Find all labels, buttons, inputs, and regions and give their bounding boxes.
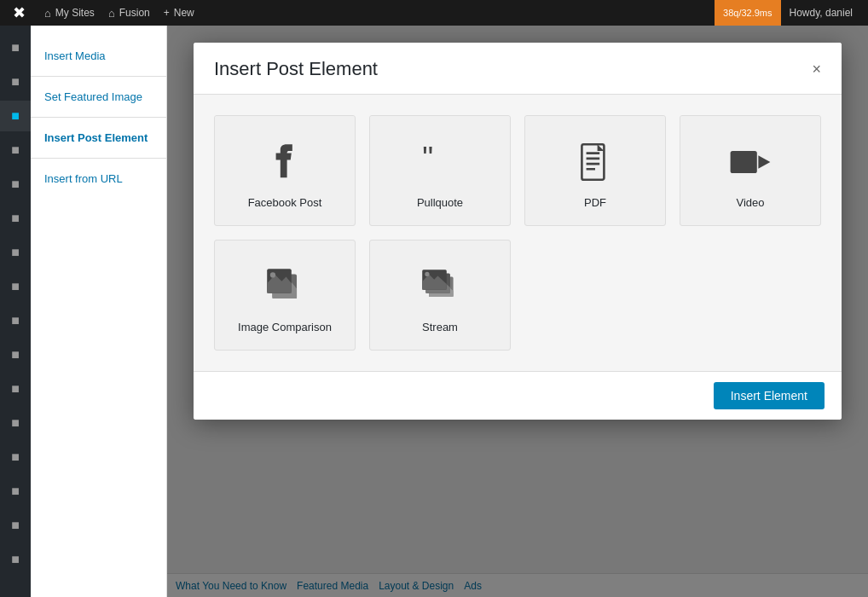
topbar-right: 38q/32.9ms Howdy, daniel: [715, 0, 861, 26]
image-comparison-label: Image Comparison: [238, 321, 332, 333]
pdf-icon: [573, 136, 617, 188]
video-icon: [728, 136, 773, 188]
insert-post-element-modal: Insert Post Element ×: [194, 43, 842, 420]
svg-text:": ": [422, 140, 433, 175]
element-card-facebook-post[interactable]: Facebook Post: [214, 115, 356, 226]
modal-body: Facebook Post " Pullquote: [194, 95, 842, 371]
new-label: New: [174, 7, 194, 19]
sidebar-icon-img[interactable]: ■: [0, 271, 31, 302]
elements-grid-row1: Facebook Post " Pullquote: [214, 115, 821, 226]
sidebar-icon-page[interactable]: ■: [0, 408, 31, 438]
modal-title: Insert Post Element: [214, 58, 378, 80]
sidebar-icon-active[interactable]: ■: [0, 101, 31, 131]
fusion-label: Fusion: [119, 7, 150, 19]
svg-rect-6: [731, 151, 757, 173]
insert-from-url-link[interactable]: Insert from URL: [31, 165, 166, 192]
sidebar-icon-share[interactable]: ■: [0, 476, 31, 507]
sidebar-icon-wp[interactable]: ■: [0, 32, 31, 63]
element-card-pullquote[interactable]: " Pullquote: [369, 115, 511, 226]
stream-icon: [418, 261, 462, 312]
sidebar-icon-layout[interactable]: ■: [0, 305, 31, 336]
sidebar-icon-settings[interactable]: ■: [0, 339, 31, 370]
svg-marker-7: [758, 155, 770, 169]
element-card-video[interactable]: Video: [680, 115, 821, 226]
modal-header: Insert Post Element ×: [194, 43, 842, 95]
howdy-text: Howdy, daniel: [790, 7, 853, 19]
wp-logo: ✖: [7, 3, 31, 22]
elements-grid-row2: Image Comparison: [214, 240, 821, 351]
stream-label: Stream: [422, 321, 458, 333]
modal-footer: Insert Element: [194, 371, 842, 420]
performance-indicator: 38q/32.9ms: [715, 0, 780, 26]
sidebar-icon-bars[interactable]: ■: [0, 510, 31, 541]
insert-media-link[interactable]: Insert Media: [31, 43, 166, 69]
facebook-post-label: Facebook Post: [248, 196, 322, 209]
svg-point-22: [425, 271, 429, 275]
sidebar-icon-ad[interactable]: ■: [0, 169, 31, 200]
svg-point-13: [270, 272, 275, 277]
fusion-menu[interactable]: ⌂ Fusion: [108, 7, 150, 20]
sidebar-icon-video[interactable]: ■: [0, 203, 31, 234]
sidebar-icon-person[interactable]: ■: [0, 544, 31, 575]
element-card-stream[interactable]: Stream: [369, 240, 511, 351]
pullquote-label: Pullquote: [417, 196, 463, 209]
sidebar: ■ ■ ■ ■ ■ ■ ■ ■ ■ ■ ■ ■ ■ ■ ■ ■: [0, 26, 31, 597]
main-area: Insert Post Element ×: [167, 26, 868, 597]
image-comparison-icon: [263, 261, 307, 312]
element-card-pdf[interactable]: PDF: [524, 115, 666, 226]
topbar: ✖ ⌂ My Sites ⌂ Fusion + New 38q/32.9ms H…: [0, 0, 868, 26]
my-sites-menu[interactable]: ⌂ My Sites: [44, 7, 95, 20]
home-icon: ⌂: [44, 7, 51, 20]
sidebar-icon-user[interactable]: ■: [0, 67, 31, 97]
video-label: Video: [736, 196, 764, 209]
pdf-label: PDF: [584, 196, 606, 209]
insert-element-button[interactable]: Insert Element: [714, 382, 825, 409]
sidebar-icon-tag[interactable]: ■: [0, 374, 31, 404]
sidebar-icon-grid[interactable]: ■: [0, 135, 31, 165]
sidebar-icon-flag[interactable]: ■: [0, 442, 31, 472]
fusion-icon: ⌂: [108, 7, 115, 20]
modal-close-button[interactable]: ×: [812, 61, 821, 77]
facebook-post-icon: [263, 136, 307, 188]
pullquote-icon: ": [418, 136, 462, 188]
left-nav: Insert Media Set Featured Image Insert P…: [31, 26, 167, 597]
sidebar-icon-edit[interactable]: ■: [0, 237, 31, 268]
new-menu[interactable]: + New: [164, 7, 194, 19]
set-featured-image-link[interactable]: Set Featured Image: [31, 84, 166, 110]
plus-icon: +: [164, 7, 170, 19]
element-card-image-comparison[interactable]: Image Comparison: [214, 240, 356, 351]
modal-overlay: Insert Post Element ×: [167, 26, 868, 597]
user-menu[interactable]: Howdy, daniel: [781, 0, 861, 26]
main-layout: ■ ■ ■ ■ ■ ■ ■ ■ ■ ■ ■ ■ ■ ■ ■ ■ Insert M…: [0, 26, 868, 597]
my-sites-label: My Sites: [55, 7, 95, 19]
insert-post-element-link[interactable]: Insert Post Element: [31, 125, 166, 151]
